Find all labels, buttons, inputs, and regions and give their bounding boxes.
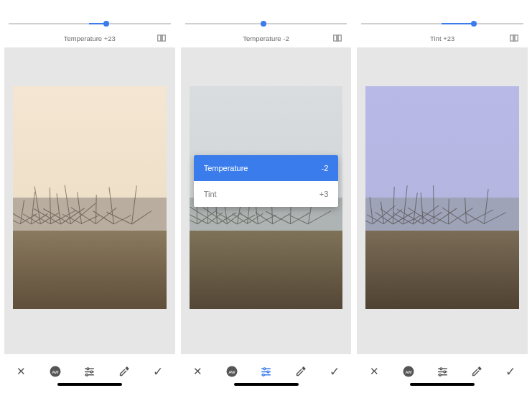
- svg-point-10: [86, 374, 88, 376]
- auto-wb-button[interactable]: AW: [45, 361, 65, 382]
- svg-rect-0: [157, 35, 160, 41]
- slider-label: Temperature +23: [64, 34, 116, 42]
- photo-nets: [365, 181, 519, 224]
- image-canvas[interactable]: [4, 47, 175, 354]
- image-canvas[interactable]: Temperature -2 Tint +3: [181, 47, 352, 354]
- slider-area[interactable]: [4, 4, 175, 29]
- photo: [13, 86, 167, 309]
- auto-wb-button[interactable]: AW: [398, 361, 419, 382]
- menu-value: +3: [319, 190, 329, 198]
- close-button[interactable]: ✕: [187, 361, 207, 382]
- slider-label: Temperature -2: [243, 34, 289, 42]
- adjust-button[interactable]: [256, 361, 276, 382]
- svg-point-28: [440, 367, 442, 369]
- svg-rect-11: [334, 35, 337, 41]
- svg-rect-23: [515, 35, 518, 41]
- compare-icon[interactable]: [332, 33, 342, 43]
- compare-icon[interactable]: [157, 33, 167, 43]
- svg-rect-12: [339, 35, 342, 41]
- compare-icon[interactable]: [509, 33, 519, 43]
- svg-point-6: [87, 367, 89, 369]
- menu-label: Tint: [204, 190, 217, 198]
- image-canvas[interactable]: [357, 47, 528, 354]
- svg-point-19: [267, 371, 269, 373]
- svg-rect-1: [162, 35, 165, 41]
- eyedropper-button[interactable]: [290, 361, 310, 382]
- photo-land: [365, 231, 519, 309]
- menu-label: Temperature: [204, 164, 248, 172]
- home-indicator: [410, 383, 475, 386]
- slider-label-row: Tint +23: [357, 29, 528, 47]
- editor-panel: Tint +23 ✕ AW ✓: [357, 4, 528, 389]
- slider-area[interactable]: [357, 4, 528, 29]
- menu-row-tint[interactable]: Tint +3: [194, 181, 339, 207]
- adjustment-menu[interactable]: Temperature -2 Tint +3: [194, 155, 339, 207]
- eyedropper-button[interactable]: [467, 361, 487, 382]
- auto-wb-button[interactable]: AW: [222, 361, 242, 382]
- slider-thumb[interactable]: [261, 21, 266, 27]
- adjust-button[interactable]: [432, 361, 452, 382]
- slider-area[interactable]: [181, 4, 352, 29]
- slider-label-row: Temperature +23: [4, 29, 175, 47]
- svg-point-32: [439, 374, 441, 376]
- photo-land: [190, 231, 343, 309]
- svg-point-21: [263, 374, 265, 376]
- slider-thumb[interactable]: [103, 21, 109, 27]
- photo-nets: [13, 181, 167, 224]
- photo: [365, 86, 519, 309]
- slider-label: Tint +23: [430, 34, 454, 42]
- slider-thumb[interactable]: [471, 21, 477, 27]
- adjust-button[interactable]: [80, 361, 100, 382]
- svg-text:AW: AW: [228, 370, 235, 374]
- confirm-button[interactable]: ✓: [148, 361, 168, 382]
- editor-panel: Temperature +23 ✕ AW ✓: [4, 4, 175, 389]
- menu-value: -2: [322, 164, 329, 172]
- svg-text:AW: AW: [52, 370, 60, 374]
- svg-text:AW: AW: [405, 370, 412, 374]
- confirm-button[interactable]: ✓: [500, 361, 521, 382]
- svg-point-17: [263, 367, 266, 369]
- editor-panel: Temperature -2 Temperature -2 Tint +3: [181, 4, 352, 389]
- eyedropper-button[interactable]: [113, 361, 134, 382]
- menu-row-temperature[interactable]: Temperature -2: [194, 155, 339, 181]
- home-indicator: [234, 383, 299, 386]
- slider-fill: [442, 23, 474, 24]
- home-indicator: [57, 383, 122, 386]
- slider-label-row: Temperature -2: [181, 29, 352, 47]
- bottom-toolbar: ✕ AW ✓: [357, 354, 528, 389]
- bottom-toolbar: ✕ AW ✓: [181, 354, 352, 389]
- close-button[interactable]: ✕: [364, 361, 384, 382]
- svg-point-8: [90, 371, 93, 373]
- close-button[interactable]: ✕: [11, 361, 32, 382]
- bottom-toolbar: ✕ AW ✓: [4, 354, 175, 389]
- svg-rect-22: [510, 35, 513, 41]
- photo-land: [13, 231, 167, 309]
- svg-point-30: [444, 371, 446, 373]
- confirm-button[interactable]: ✓: [325, 361, 345, 382]
